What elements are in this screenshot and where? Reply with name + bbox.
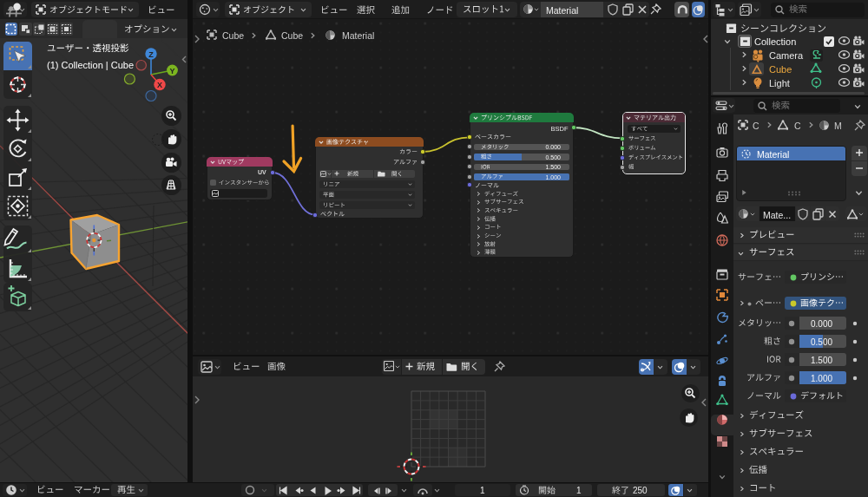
svg-text:Z: Z	[148, 50, 154, 59]
svg-text:Y: Y	[169, 67, 174, 75]
svg-text:X: X	[157, 81, 162, 89]
